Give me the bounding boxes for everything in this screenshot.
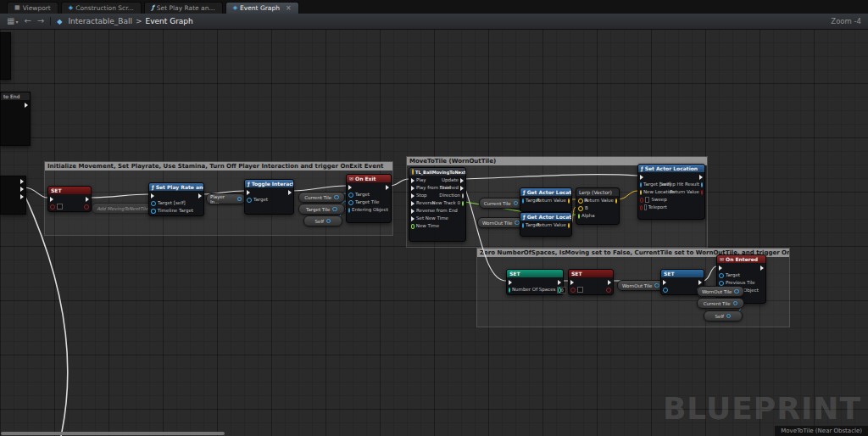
data-pin[interactable]	[411, 224, 415, 229]
node-set-number-of-spaces[interactable]: SETNumber Of Spaces0	[506, 269, 564, 295]
panel-menu-button[interactable]: ▦▾	[7, 17, 18, 25]
node-set-actor-location[interactable]: ƒSet Actor LocationTarget [self]New Loca…	[637, 164, 705, 220]
output-pin[interactable]	[237, 197, 242, 202]
node-get-actor-location-a[interactable]: ƒGet Actor LocationTargetReturn Value	[520, 187, 572, 212]
exec-pin[interactable]	[411, 186, 415, 191]
node-set-ismoving-a[interactable]: SET	[47, 186, 92, 212]
exec-pin[interactable]	[411, 201, 415, 206]
data-pin[interactable]	[558, 288, 561, 293]
output-pin[interactable]	[332, 207, 337, 212]
tab-construction-scr[interactable]: ◈Construction Scr...	[61, 2, 142, 14]
data-pin[interactable]	[663, 288, 668, 293]
tab-event-graph[interactable]: ◈Event Graph×	[225, 2, 299, 14]
exec-pin[interactable]	[20, 194, 24, 199]
exec-pin[interactable]	[151, 193, 154, 198]
output-pin[interactable]	[734, 289, 739, 294]
node-set-play-rate[interactable]: ƒSet Play Rate and StaminaTarget [self]T…	[148, 182, 204, 216]
tab-viewport[interactable]: ▦Viewport	[7, 2, 58, 14]
data-pin[interactable]	[509, 288, 510, 293]
node-player-pill[interactable]: Player In...	[206, 193, 246, 204]
data-pin[interactable]	[247, 198, 252, 203]
exec-pin[interactable]	[411, 209, 415, 214]
output-pin[interactable]	[733, 301, 738, 306]
exec-pin[interactable]	[411, 178, 415, 183]
data-pin[interactable]	[462, 201, 464, 206]
data-pin[interactable]	[719, 281, 724, 286]
data-pin[interactable]	[615, 198, 617, 204]
node-self-pill-b[interactable]: Self	[704, 310, 743, 321]
exec-pin[interactable]	[247, 190, 250, 195]
horizontal-scrollbar-thumb[interactable]	[1, 432, 225, 435]
data-pin[interactable]	[522, 223, 524, 228]
data-pin[interactable]	[578, 214, 580, 219]
exec-pin[interactable]	[20, 187, 24, 192]
data-pin[interactable]	[606, 288, 611, 293]
output-pin[interactable]	[726, 314, 732, 319]
node-wornout-pill-a[interactable]: WornOut Tile	[477, 217, 525, 228]
output-pin[interactable]	[326, 219, 331, 224]
data-pin[interactable]	[570, 288, 576, 293]
exec-pin[interactable]	[198, 193, 202, 198]
back-button[interactable]: ←	[24, 17, 31, 25]
data-pin[interactable]	[462, 193, 464, 198]
node-lerp[interactable]: Lerp (Vector)ABAlphaReturn Value	[576, 187, 620, 225]
breadcrumb-root[interactable]: Interactable_Ball	[68, 17, 132, 25]
exec-pin[interactable]	[25, 103, 28, 108]
node-timeline[interactable]: TL_BallMovingToNextTilePlayPlay from Sta…	[409, 167, 466, 242]
exec-pin[interactable]	[460, 186, 464, 191]
data-pin[interactable]	[348, 208, 350, 213]
output-pin[interactable]	[334, 195, 339, 200]
exec-pin[interactable]	[411, 193, 415, 198]
node-self-pill-a[interactable]: Self	[303, 215, 342, 226]
data-pin[interactable]	[348, 200, 353, 205]
output-pin[interactable]	[654, 283, 659, 288]
exec-pin[interactable]	[558, 280, 561, 285]
exec-pin[interactable]	[288, 190, 292, 195]
data-pin[interactable]	[522, 198, 524, 204]
data-pin[interactable]	[578, 198, 583, 204]
data-pin[interactable]	[701, 190, 703, 195]
node-left-edge-node[interactable]	[0, 176, 26, 215]
exec-pin[interactable]	[411, 216, 415, 221]
forward-button[interactable]: →	[37, 17, 44, 25]
node-wornout-pill-b[interactable]: WornOut Tile	[617, 280, 665, 291]
node-on-exit[interactable]: ✉On ExitTargetTarget TileEntering Object	[346, 174, 392, 223]
data-pin[interactable]	[640, 190, 642, 195]
exec-pin[interactable]	[640, 175, 643, 180]
exec-pin[interactable]	[386, 185, 389, 190]
checkbox[interactable]	[577, 287, 583, 293]
data-pin[interactable]	[348, 193, 353, 198]
data-pin[interactable]	[151, 209, 156, 214]
node-current-tile-pill-a[interactable]: Current Tile	[298, 192, 345, 203]
tab-set-play-rate-an[interactable]: ƒSet Play Rate an...	[144, 2, 223, 14]
node-wornout-pill-c[interactable]: WornOut Tile	[697, 286, 744, 297]
exec-pin[interactable]	[348, 185, 352, 190]
node-get-actor-location-b[interactable]: ƒGet Actor LocationTargetReturn Value	[520, 212, 572, 237]
checkbox[interactable]	[645, 197, 649, 203]
exec-pin[interactable]	[460, 178, 464, 183]
data-pin[interactable]	[84, 204, 89, 210]
output-pin[interactable]	[514, 201, 519, 206]
node-to-end-node[interactable]: to End	[0, 92, 31, 146]
data-pin[interactable]	[640, 205, 643, 210]
exec-pin[interactable]	[50, 197, 53, 202]
data-pin[interactable]	[151, 201, 156, 206]
data-pin[interactable]	[568, 223, 570, 228]
exec-pin[interactable]	[20, 179, 24, 184]
exec-pin[interactable]	[570, 280, 574, 285]
data-pin[interactable]	[701, 182, 703, 187]
exec-pin[interactable]	[760, 266, 764, 271]
node-target-tile-pill[interactable]: Target Tile	[298, 204, 345, 215]
checkbox[interactable]	[644, 204, 647, 210]
tab-close-icon[interactable]: ×	[286, 4, 292, 12]
exec-pin[interactable]	[719, 266, 722, 271]
exec-pin[interactable]	[698, 280, 702, 285]
node-current-tile-pill-b[interactable]: Current Tile	[479, 198, 523, 209]
exec-pin[interactable]	[663, 280, 666, 285]
data-pin[interactable]	[568, 198, 570, 204]
checkbox[interactable]	[57, 204, 63, 210]
exec-pin[interactable]	[86, 197, 89, 202]
node-set-ismoving-b[interactable]: SET	[568, 269, 614, 295]
node-edge-node-top[interactable]	[0, 32, 11, 80]
data-pin[interactable]	[640, 182, 642, 187]
